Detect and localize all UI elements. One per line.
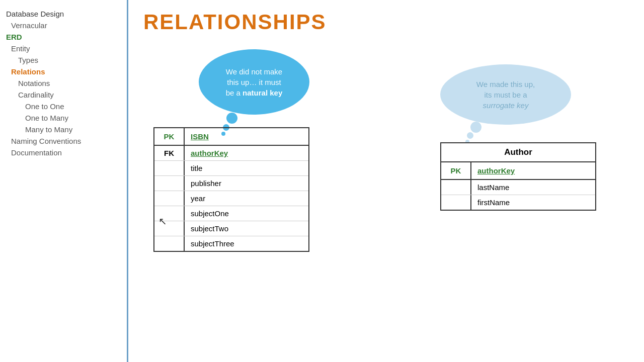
thought-bubble-natural-key: We did not makethis up… it mustbe a natu… — [199, 49, 309, 115]
author-pk-label: PK — [441, 162, 471, 179]
sidebar-item-relations[interactable]: Relations — [0, 66, 127, 77]
sidebar-item-erd[interactable]: ERD — [0, 31, 127, 43]
book-subject-three: subjectThree — [185, 236, 308, 251]
book-fk-label: FK — [154, 146, 185, 160]
sidebar-item-one-to-many[interactable]: One to Many — [0, 112, 127, 124]
book-title-pk-empty — [154, 161, 185, 175]
author-pk-row: PK authorKey — [441, 162, 595, 180]
author-firstname-row: firstName — [441, 195, 595, 210]
book-publisher: publisher — [185, 176, 308, 191]
bubble-dot-1 — [226, 113, 237, 124]
book-title-row: title — [154, 161, 308, 176]
author-pk-value: authorKey — [471, 162, 595, 179]
book-publisher-row: publisher — [154, 176, 308, 191]
book-pk-value: ISBN — [185, 128, 308, 145]
diagram-area: We did not makethis up… it mustbe a natu… — [143, 49, 629, 331]
page-title: RELATIONSHIPS — [143, 10, 629, 34]
bubble2-dot-1 — [470, 122, 481, 133]
book-table: PK ISBN FK authorKey title publisher yea… — [153, 127, 309, 252]
author-first-name: firstName — [471, 195, 595, 210]
book-year-row: year — [154, 191, 308, 206]
sidebar-item-vernacular[interactable]: Vernacular — [0, 20, 127, 31]
book-title: title — [185, 161, 308, 175]
sidebar-item-entity[interactable]: Entity — [0, 43, 127, 54]
thought-bubble-surrogate-key: We made this up,its must be asurrogate k… — [440, 64, 571, 125]
book-subject3-row: subjectThree — [154, 236, 308, 251]
sidebar-item-documentation[interactable]: Documentation — [0, 147, 127, 158]
author-table-title: Author — [441, 143, 595, 162]
book-subject-two: subjectTwo — [185, 221, 308, 236]
sidebar-item-naming-conventions[interactable]: Naming Conventions — [0, 135, 127, 147]
book-table-pk-row: PK ISBN — [154, 128, 308, 146]
sidebar-item-one-to-one[interactable]: One to One — [0, 101, 127, 112]
sidebar-item-types[interactable]: Types — [0, 54, 127, 66]
book-year: year — [185, 191, 308, 206]
author-lastname-row: lastName — [441, 180, 595, 195]
book-subject2-row: subjectTwo — [154, 221, 308, 236]
book-fk-row: FK authorKey — [154, 146, 308, 161]
author-table: Author PK authorKey lastName firstName — [440, 142, 596, 211]
book-subject-one: subjectOne — [185, 206, 308, 221]
book-subject1-row: subjectOne — [154, 206, 308, 221]
sidebar-item-cardinality[interactable]: Cardinality — [0, 89, 127, 101]
book-author-key: authorKey — [185, 146, 308, 160]
sidebar: Database Design Vernacular ERD Entity Ty… — [0, 0, 128, 362]
sidebar-item-notations[interactable]: Notations — [0, 77, 127, 89]
main-content: RELATIONSHIPS We did not makethis up… it… — [128, 0, 644, 362]
bubble2-dot-2 — [467, 132, 473, 139]
mouse-cursor: ↖ — [158, 215, 167, 227]
author-last-name: lastName — [471, 180, 595, 195]
sidebar-item-many-to-many[interactable]: Many to Many — [0, 124, 127, 135]
sidebar-item-database-design[interactable]: Database Design — [0, 8, 127, 20]
book-pk-label: PK — [154, 128, 185, 145]
